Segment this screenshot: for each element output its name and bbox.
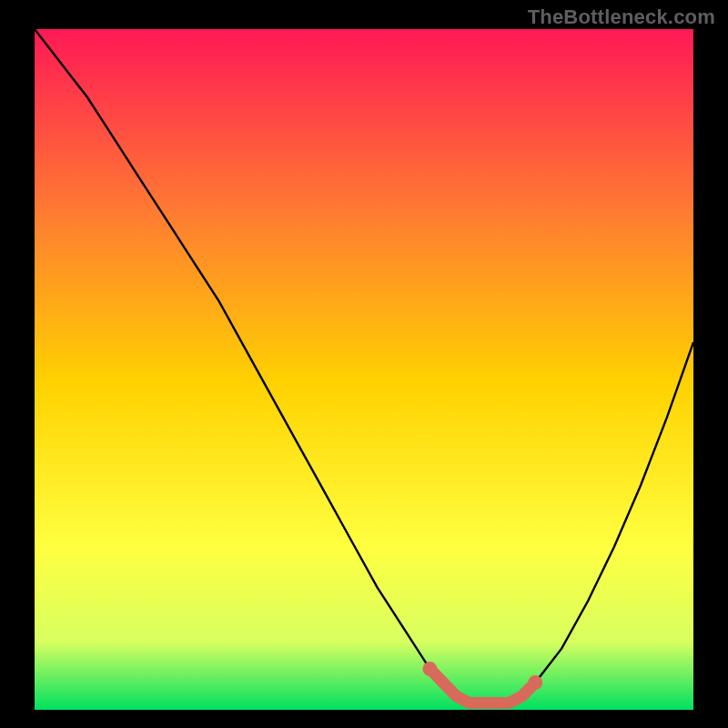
chart-frame: TheBottleneck.com — [0, 0, 728, 728]
highlight-dot-end — [528, 675, 542, 690]
bottleneck-chart — [0, 0, 728, 728]
watermark-text: TheBottleneck.com — [528, 5, 715, 29]
highlight-dot-start — [422, 662, 437, 676]
plot-area — [35, 29, 693, 710]
